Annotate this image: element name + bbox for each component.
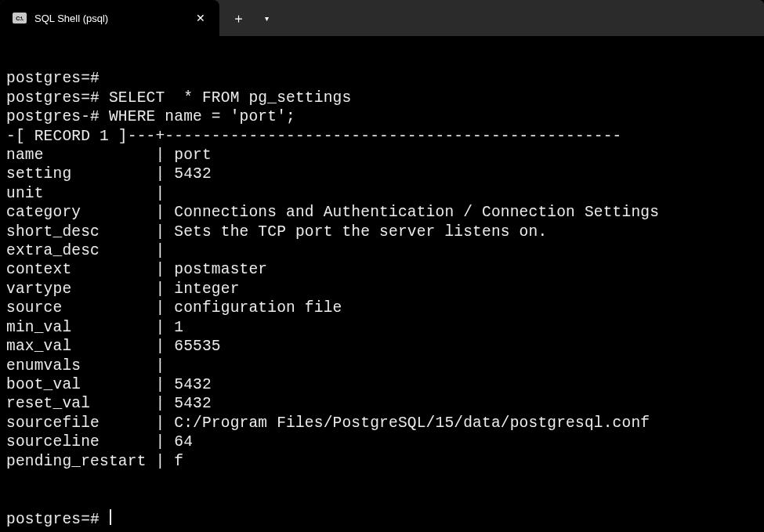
title-actions: ＋ ▾ [219, 0, 281, 36]
tab-title: SQL Shell (psql) [34, 13, 185, 24]
tab-dropdown-button[interactable]: ▾ [252, 0, 281, 36]
console-icon: C:\. [13, 13, 27, 24]
terminal-prompt: postgres=# [6, 511, 109, 528]
title-bar: C:\. SQL Shell (psql) ✕ ＋ ▾ [0, 0, 764, 36]
tab-sql-shell[interactable]: C:\. SQL Shell (psql) ✕ [0, 0, 219, 36]
new-tab-button[interactable]: ＋ [224, 0, 252, 36]
terminal-lines: postgres=# postgres=# SELECT * FROM pg_s… [6, 70, 659, 469]
terminal-output[interactable]: postgres=# postgres=# SELECT * FROM pg_s… [0, 36, 764, 532]
close-icon[interactable]: ✕ [193, 10, 208, 26]
plus-icon: ＋ [232, 9, 245, 27]
chevron-down-icon: ▾ [265, 14, 269, 23]
cursor [110, 509, 111, 525]
